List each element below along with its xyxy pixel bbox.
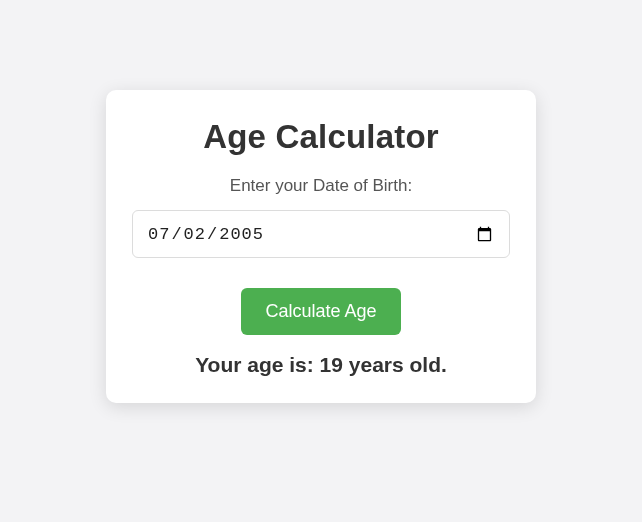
dob-label: Enter your Date of Birth: [132, 176, 510, 196]
age-calculator-card: Age Calculator Enter your Date of Birth:… [106, 90, 536, 403]
age-result: Your age is: 19 years old. [132, 353, 510, 377]
calculate-age-button[interactable]: Calculate Age [241, 288, 400, 335]
dob-input[interactable] [132, 210, 510, 258]
page-title: Age Calculator [132, 118, 510, 156]
